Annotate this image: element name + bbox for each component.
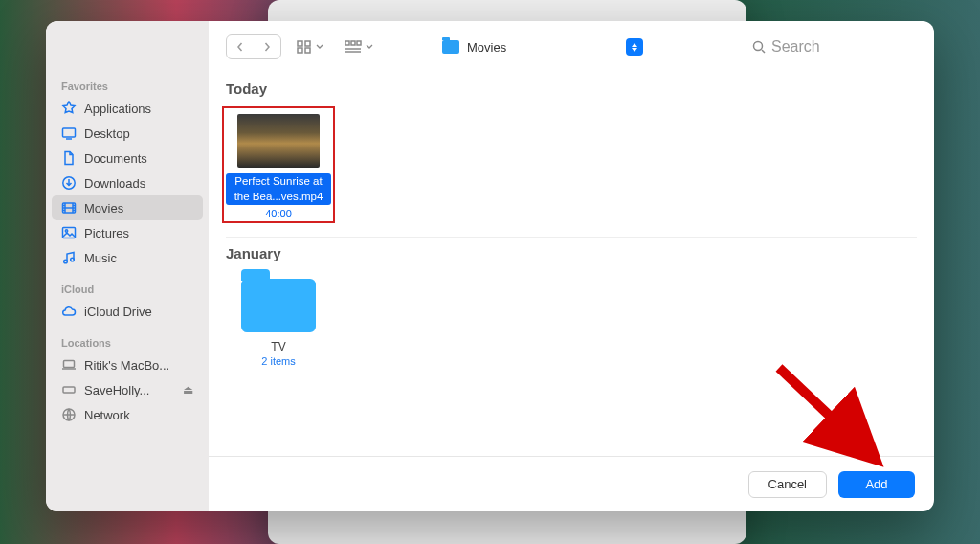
sidebar-item-label: Pictures <box>84 226 193 240</box>
sidebar-item-label: Documents <box>84 151 193 166</box>
sidebar-item-desktop[interactable]: Desktop <box>46 121 209 146</box>
svg-rect-15 <box>351 41 355 45</box>
sidebar-item-movies[interactable]: Movies <box>52 195 203 220</box>
sidebar: Favorites Applications Desktop Documents… <box>46 21 209 511</box>
file-grid-row: Perfect Sunrise at the Bea...ves.mp4 40:… <box>226 102 917 238</box>
movies-icon <box>61 200 77 215</box>
dialog-footer: Cancel Add <box>209 456 934 511</box>
desktop-icon <box>61 125 77 141</box>
network-icon <box>61 407 77 422</box>
file-name: Perfect Sunrise at the Bea...ves.mp4 <box>226 173 331 205</box>
sidebar-item-applications[interactable]: Applications <box>46 96 209 121</box>
svg-point-5 <box>64 260 68 263</box>
search-icon <box>752 40 766 54</box>
sidebar-item-label: Music <box>84 251 193 265</box>
sidebar-item-macbook[interactable]: Ritik's MacBo... <box>46 352 209 377</box>
folder-tile[interactable]: TV 2 items <box>226 271 331 367</box>
main-pane: Movies Search Today Perfect Sunrise at t… <box>209 21 934 511</box>
sidebar-heading-locations: Locations <box>46 333 209 352</box>
svg-rect-16 <box>357 41 361 45</box>
video-thumbnail <box>237 114 320 168</box>
svg-rect-10 <box>298 41 302 46</box>
svg-rect-7 <box>64 361 75 368</box>
toolbar: Movies Search <box>209 21 934 73</box>
chevron-down-icon <box>316 44 323 50</box>
sidebar-item-label: Network <box>84 408 193 422</box>
cancel-button-label: Cancel <box>768 477 807 491</box>
annotation-highlight: Perfect Sunrise at the Bea...ves.mp4 40:… <box>222 106 335 223</box>
updown-arrows-icon <box>626 38 643 56</box>
sidebar-item-documents[interactable]: Documents <box>46 146 209 170</box>
svg-point-6 <box>71 258 75 261</box>
cloud-icon <box>61 304 77 319</box>
svg-rect-13 <box>305 48 310 53</box>
add-button-label: Add <box>865 477 887 491</box>
sidebar-item-pictures[interactable]: Pictures <box>46 220 209 245</box>
svg-rect-11 <box>305 41 310 46</box>
search-placeholder: Search <box>771 38 820 56</box>
sidebar-item-label: Downloads <box>84 176 193 191</box>
file-grid-row: TV 2 items <box>226 267 917 380</box>
cancel-button[interactable]: Cancel <box>748 471 827 498</box>
svg-rect-14 <box>345 41 349 45</box>
pictures-icon <box>61 225 77 240</box>
sidebar-item-label: Applications <box>84 102 193 116</box>
folder-item-count: 2 items <box>226 355 331 367</box>
sidebar-item-label: iCloud Drive <box>84 305 193 319</box>
sidebar-heading-favorites: Favorites <box>46 77 209 96</box>
section-heading-today: Today <box>226 73 917 102</box>
svg-rect-0 <box>63 128 76 137</box>
file-open-dialog: Favorites Applications Desktop Documents… <box>46 21 934 511</box>
sidebar-item-icloud-drive[interactable]: iCloud Drive <box>46 299 209 324</box>
file-tile[interactable]: Perfect Sunrise at the Bea...ves.mp4 40:… <box>226 114 331 219</box>
chevron-down-icon <box>366 44 373 50</box>
laptop-icon <box>61 357 77 373</box>
sidebar-item-label: Ritik's MacBo... <box>84 358 193 373</box>
file-duration: 40:00 <box>226 208 331 219</box>
group-mode-button[interactable] <box>339 38 379 56</box>
svg-rect-12 <box>298 48 302 53</box>
sidebar-item-label: Desktop <box>84 126 193 141</box>
search-field[interactable]: Search <box>745 34 917 59</box>
downloads-icon <box>61 175 77 191</box>
sidebar-item-saveholly[interactable]: SaveHolly... ⏏ <box>46 377 209 402</box>
svg-rect-8 <box>63 387 75 393</box>
folder-icon <box>241 279 316 332</box>
documents-icon <box>61 150 77 166</box>
folder-name: TV <box>226 340 331 353</box>
add-button[interactable]: Add <box>838 471 915 498</box>
section-heading-january: January <box>226 238 917 267</box>
sidebar-item-music[interactable]: Music <box>46 245 209 270</box>
folder-icon <box>442 40 459 54</box>
location-dropdown[interactable]: Movies <box>436 34 647 59</box>
file-browser-content: Today Perfect Sunrise at the Bea...ves.m… <box>209 73 934 456</box>
eject-icon[interactable]: ⏏ <box>183 383 193 397</box>
svg-point-4 <box>65 230 67 232</box>
forward-button[interactable] <box>254 35 280 58</box>
drive-icon <box>61 382 77 397</box>
applications-icon <box>61 101 77 116</box>
svg-point-17 <box>754 42 763 51</box>
nav-buttons <box>226 34 281 59</box>
back-button[interactable] <box>227 35 254 58</box>
music-icon <box>61 250 77 265</box>
sidebar-heading-icloud: iCloud <box>46 280 209 299</box>
sidebar-item-network[interactable]: Network <box>46 402 209 427</box>
sidebar-item-downloads[interactable]: Downloads <box>46 170 209 195</box>
sidebar-item-label: SaveHolly... <box>84 383 175 397</box>
sidebar-item-label: Movies <box>84 201 193 215</box>
svg-rect-3 <box>63 228 76 238</box>
view-mode-button[interactable] <box>291 38 329 56</box>
location-label: Movies <box>467 40 506 55</box>
